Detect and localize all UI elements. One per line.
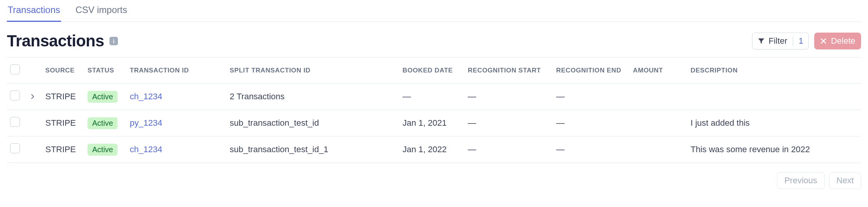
pagination: Previous Next [7, 172, 861, 189]
cell-split-id: sub_transaction_test_id [226, 110, 399, 136]
cell-booked-date: Jan 1, 2021 [399, 110, 464, 136]
col-header-status: STATUS [84, 58, 126, 84]
row-checkbox[interactable] [10, 90, 20, 100]
tabs: Transactions CSV imports [7, 2, 861, 22]
next-button[interactable]: Next [829, 172, 861, 189]
status-badge: Active [88, 117, 118, 129]
cell-recognition-end: — [552, 110, 629, 136]
transaction-id-link[interactable]: ch_1234 [130, 92, 162, 101]
previous-button[interactable]: Previous [777, 172, 825, 189]
cell-booked-date: — [399, 84, 464, 110]
col-header-transaction-id: TRANSACTION ID [126, 58, 226, 84]
table-row[interactable]: STRIPE Active py_1234 sub_transaction_te… [7, 110, 861, 136]
transaction-id-link[interactable]: ch_1234 [130, 145, 162, 154]
row-checkbox[interactable] [10, 143, 20, 153]
transactions-table: SOURCE STATUS TRANSACTION ID SPLIT TRANS… [7, 57, 861, 163]
cell-booked-date: Jan 1, 2022 [399, 136, 464, 163]
cell-split-id: sub_transaction_test_id_1 [226, 136, 399, 163]
cell-source: STRIPE [41, 110, 84, 136]
transaction-id-link[interactable]: py_1234 [130, 118, 162, 128]
col-header-split-transaction-id: SPLIT TRANSACTION ID [226, 58, 399, 84]
cell-source: STRIPE [41, 84, 84, 110]
page-header: Transactions i Filter 1 Delete [7, 32, 861, 50]
select-all-checkbox[interactable] [10, 64, 20, 74]
delete-button[interactable]: Delete [814, 33, 861, 49]
filter-label: Filter [769, 36, 787, 46]
cell-split-id: 2 Transactions [226, 84, 399, 110]
table-row[interactable]: STRIPE Active ch_1234 2 Transactions — —… [7, 84, 861, 110]
filter-button[interactable]: Filter 1 [752, 33, 809, 49]
cell-description: This was some revenue in 2022 [687, 136, 861, 163]
col-header-booked-date: BOOKED DATE [399, 58, 464, 84]
filter-icon [758, 38, 765, 44]
cell-source: STRIPE [41, 136, 84, 163]
close-icon [820, 38, 827, 44]
cell-description: I just added this [687, 110, 861, 136]
col-header-recognition-end: RECOGNITION END [552, 58, 629, 84]
filter-count: 1 [793, 36, 803, 46]
cell-amount [629, 84, 687, 110]
col-header-amount: AMOUNT [629, 58, 687, 84]
cell-recognition-start: — [464, 136, 552, 163]
cell-amount [629, 136, 687, 163]
col-header-source: SOURCE [41, 58, 84, 84]
row-checkbox[interactable] [10, 117, 20, 127]
page-title: Transactions [7, 32, 104, 50]
info-icon[interactable]: i [109, 37, 118, 45]
cell-amount [629, 110, 687, 136]
cell-description [687, 84, 861, 110]
chevron-right-icon[interactable] [30, 92, 35, 101]
col-header-description: DESCRIPTION [687, 58, 861, 84]
cell-recognition-start: — [464, 84, 552, 110]
cell-recognition-end: — [552, 136, 629, 163]
col-header-recognition-start: RECOGNITION START [464, 58, 552, 84]
status-badge: Active [88, 144, 118, 156]
table-row[interactable]: STRIPE Active ch_1234 sub_transaction_te… [7, 136, 861, 163]
delete-label: Delete [831, 36, 855, 46]
tab-csv-imports[interactable]: CSV imports [75, 2, 128, 22]
cell-recognition-start: — [464, 110, 552, 136]
cell-recognition-end: — [552, 84, 629, 110]
status-badge: Active [88, 91, 118, 103]
tab-transactions[interactable]: Transactions [7, 2, 61, 22]
